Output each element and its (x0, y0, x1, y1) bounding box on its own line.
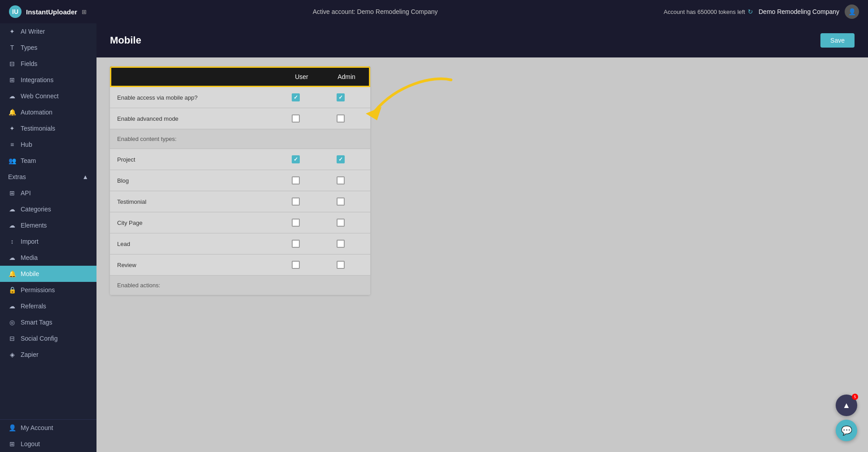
page-title: Mobile (110, 35, 141, 46)
user-checkbox-cell (273, 93, 318, 101)
sidebar-item-label: Media (21, 254, 38, 261)
sidebar-item-label: Web Connect (21, 92, 59, 100)
refresh-icon[interactable]: ↻ (748, 8, 753, 15)
user-checkbox[interactable] (292, 114, 300, 123)
admin-checkbox[interactable] (337, 155, 345, 163)
sidebar-item-categories[interactable]: ☁ Categories (0, 201, 96, 217)
row-label: Blog (117, 177, 273, 184)
table-row: Review (110, 255, 370, 276)
table-row: Lead (110, 233, 370, 255)
sidebar-item-label: Permissions (21, 286, 55, 294)
sidebar-item-label: Testimonials (21, 125, 55, 132)
sidebar-item-label: AI Writer (21, 28, 45, 35)
row-label: Enable access via mobile app? (117, 94, 273, 101)
section-header-row: Enabled content types: (110, 129, 370, 149)
admin-checkbox[interactable] (337, 176, 345, 184)
scroll-top-widget[interactable]: ▲ 5 (836, 395, 857, 416)
content-area: User Admin Enable access via mobile app?… (96, 57, 868, 452)
sidebar-item-api[interactable]: ⊞ API (0, 185, 96, 201)
row-label: Lead (117, 241, 273, 247)
sidebar-item-types[interactable]: T Types (0, 39, 96, 56)
app-logo: IU (9, 5, 22, 18)
topbar-left: IU InstantUploader ⊞ (9, 5, 87, 18)
sidebar-item-ai-writer[interactable]: ✦ AI Writer (0, 23, 96, 39)
sidebar-item-permissions[interactable]: 🔒 Permissions (0, 282, 96, 298)
social-config-icon: ⊟ (8, 335, 16, 342)
types-icon: T (8, 44, 16, 51)
user-checkbox[interactable] (292, 93, 300, 101)
hub-icon: ≡ (8, 141, 16, 148)
sidebar-item-testimonials[interactable]: ✦ Testimonials (0, 120, 96, 136)
user-checkbox[interactable] (292, 240, 300, 248)
extras-section-header[interactable]: Extras ▲ (0, 169, 96, 185)
sidebar-item-label: Team (21, 157, 36, 164)
admin-checkbox-cell (318, 219, 363, 227)
admin-checkbox[interactable] (337, 114, 345, 123)
table-column-header: User Admin (110, 66, 370, 87)
section-label: Enabled actions: (117, 282, 273, 289)
admin-checkbox-cell (318, 93, 363, 101)
sidebar-item-elements[interactable]: ☁ Elements (0, 217, 96, 233)
api-icon: ⊞ (8, 189, 16, 197)
sidebar-item-team[interactable]: 👥 Team (0, 153, 96, 169)
user-checkbox[interactable] (292, 261, 300, 269)
sidebar-item-label: Mobile (21, 270, 39, 277)
sidebar-item-referrals[interactable]: ☁ Referrals (0, 298, 96, 314)
sidebar-item-social-config[interactable]: ⊟ Social Config (0, 330, 96, 347)
import-icon: ↕ (8, 238, 16, 245)
sidebar-item-label: Integrations (21, 76, 53, 83)
save-button[interactable]: Save (820, 33, 855, 48)
user-checkbox-cell (273, 176, 318, 184)
user-checkbox[interactable] (292, 197, 300, 206)
pin-icon[interactable]: ⊞ (82, 9, 87, 15)
sidebar-item-label: Automation (21, 109, 53, 116)
sidebar-item-label: Hub (21, 141, 32, 148)
admin-checkbox-cell (318, 155, 363, 163)
avatar[interactable]: 👤 (845, 4, 859, 19)
table-row: Testimonial (110, 191, 370, 212)
fields-icon: ⊟ (8, 60, 16, 67)
sidebar-item-automation[interactable]: 🔔 Automation (0, 104, 96, 120)
admin-checkbox[interactable] (337, 197, 345, 206)
sidebar-item-fields[interactable]: ⊟ Fields (0, 56, 96, 72)
integrations-icon: ⊞ (8, 76, 16, 83)
mobile-icon: 🔔 (8, 270, 16, 277)
sidebar-item-media[interactable]: ☁ Media (0, 250, 96, 266)
admin-checkbox[interactable] (337, 261, 345, 269)
mobile-settings-table: User Admin Enable access via mobile app?… (110, 66, 370, 295)
arrow-annotation (361, 71, 460, 131)
user-checkbox-cell (273, 114, 318, 123)
admin-checkbox[interactable] (337, 219, 345, 227)
sidebar-item-import[interactable]: ↕ Import (0, 233, 96, 250)
user-checkbox[interactable] (292, 219, 300, 227)
sidebar-item-integrations[interactable]: ⊞ Integrations (0, 72, 96, 88)
tab-user[interactable]: User (279, 68, 324, 86)
chat-icon: 💬 (841, 425, 852, 436)
sidebar-item-label: Smart Tags (21, 319, 53, 326)
chat-widget[interactable]: 💬 (836, 420, 857, 441)
admin-checkbox-cell (318, 197, 363, 206)
admin-checkbox[interactable] (337, 240, 345, 248)
user-checkbox[interactable] (292, 155, 300, 163)
sidebar-item-my-account[interactable]: 👤 My Account (0, 420, 96, 436)
main-content: Mobile Save User Admin Enable access via… (96, 23, 868, 452)
admin-checkbox[interactable] (337, 93, 345, 101)
table-row: City Page (110, 212, 370, 233)
testimonials-icon: ✦ (8, 125, 16, 132)
sidebar-item-zapier[interactable]: ◈ Zapier (0, 347, 96, 363)
active-account-label: Active account: Demo Remodeling Company (313, 8, 438, 15)
user-checkbox-cell (273, 240, 318, 248)
logout-icon: ⊞ (8, 440, 16, 448)
sidebar-bottom: 👤 My Account ⊞ Logout (0, 419, 96, 452)
sidebar-item-web-connect[interactable]: ☁ Web Connect (0, 88, 96, 104)
sidebar-item-smart-tags[interactable]: ◎ Smart Tags (0, 314, 96, 330)
tab-admin[interactable]: Admin (324, 68, 369, 86)
layout: ✦ AI Writer T Types ⊟ Fields ⊞ Integrati… (0, 23, 868, 452)
admin-checkbox-cell (318, 240, 363, 248)
sidebar-item-mobile[interactable]: 🔔 Mobile (0, 266, 96, 282)
sidebar-item-logout[interactable]: ⊞ Logout (0, 436, 96, 452)
row-label: Testimonial (117, 198, 273, 205)
smart-tags-icon: ◎ (8, 319, 16, 326)
user-checkbox[interactable] (292, 176, 300, 184)
sidebar-item-hub[interactable]: ≡ Hub (0, 136, 96, 153)
